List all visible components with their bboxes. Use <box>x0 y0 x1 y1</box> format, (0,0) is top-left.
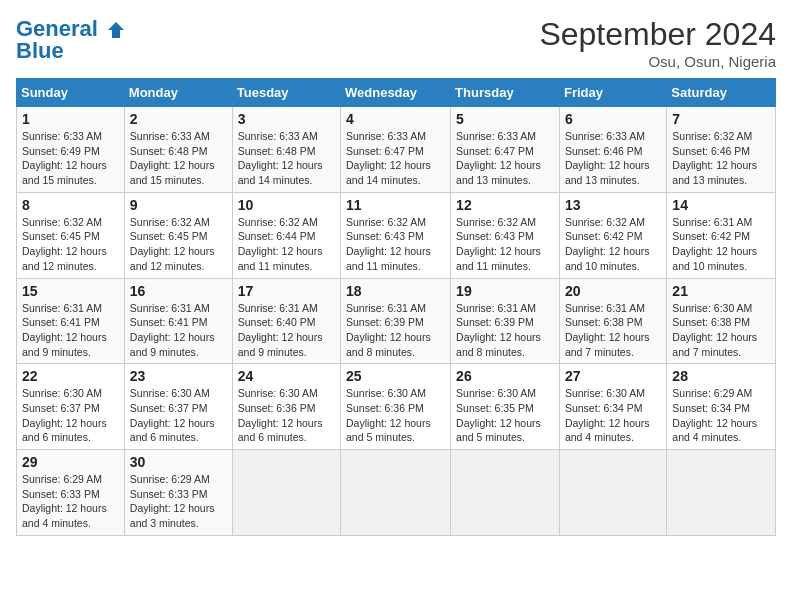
day-info: Sunrise: 6:30 AM Sunset: 6:35 PM Dayligh… <box>456 386 554 445</box>
day-number: 1 <box>22 111 119 127</box>
logo-blue: Blue <box>16 38 64 64</box>
day-cell: 30Sunrise: 6:29 AM Sunset: 6:33 PM Dayli… <box>124 450 232 536</box>
day-cell: 16Sunrise: 6:31 AM Sunset: 6:41 PM Dayli… <box>124 278 232 364</box>
day-info: Sunrise: 6:30 AM Sunset: 6:37 PM Dayligh… <box>22 386 119 445</box>
day-info: Sunrise: 6:29 AM Sunset: 6:33 PM Dayligh… <box>22 472 119 531</box>
day-cell <box>341 450 451 536</box>
day-number: 16 <box>130 283 227 299</box>
day-cell: 25Sunrise: 6:30 AM Sunset: 6:36 PM Dayli… <box>341 364 451 450</box>
day-cell <box>559 450 666 536</box>
day-number: 23 <box>130 368 227 384</box>
day-cell: 9Sunrise: 6:32 AM Sunset: 6:45 PM Daylig… <box>124 192 232 278</box>
week-row-3: 15Sunrise: 6:31 AM Sunset: 6:41 PM Dayli… <box>17 278 776 364</box>
day-number: 26 <box>456 368 554 384</box>
day-info: Sunrise: 6:30 AM Sunset: 6:36 PM Dayligh… <box>238 386 335 445</box>
day-cell: 17Sunrise: 6:31 AM Sunset: 6:40 PM Dayli… <box>232 278 340 364</box>
day-number: 8 <box>22 197 119 213</box>
day-info: Sunrise: 6:32 AM Sunset: 6:43 PM Dayligh… <box>456 215 554 274</box>
col-header-tuesday: Tuesday <box>232 79 340 107</box>
day-info: Sunrise: 6:33 AM Sunset: 6:49 PM Dayligh… <box>22 129 119 188</box>
day-info: Sunrise: 6:31 AM Sunset: 6:41 PM Dayligh… <box>22 301 119 360</box>
day-cell: 8Sunrise: 6:32 AM Sunset: 6:45 PM Daylig… <box>17 192 125 278</box>
day-number: 12 <box>456 197 554 213</box>
col-header-sunday: Sunday <box>17 79 125 107</box>
calendar-table: SundayMondayTuesdayWednesdayThursdayFrid… <box>16 78 776 536</box>
day-info: Sunrise: 6:31 AM Sunset: 6:39 PM Dayligh… <box>346 301 445 360</box>
day-number: 4 <box>346 111 445 127</box>
day-cell: 19Sunrise: 6:31 AM Sunset: 6:39 PM Dayli… <box>451 278 560 364</box>
day-cell: 10Sunrise: 6:32 AM Sunset: 6:44 PM Dayli… <box>232 192 340 278</box>
day-info: Sunrise: 6:31 AM Sunset: 6:41 PM Dayligh… <box>130 301 227 360</box>
day-cell: 4Sunrise: 6:33 AM Sunset: 6:47 PM Daylig… <box>341 107 451 193</box>
day-cell: 12Sunrise: 6:32 AM Sunset: 6:43 PM Dayli… <box>451 192 560 278</box>
day-cell: 18Sunrise: 6:31 AM Sunset: 6:39 PM Dayli… <box>341 278 451 364</box>
day-number: 5 <box>456 111 554 127</box>
day-number: 21 <box>672 283 770 299</box>
day-cell: 23Sunrise: 6:30 AM Sunset: 6:37 PM Dayli… <box>124 364 232 450</box>
day-cell <box>451 450 560 536</box>
day-number: 2 <box>130 111 227 127</box>
day-info: Sunrise: 6:33 AM Sunset: 6:46 PM Dayligh… <box>565 129 661 188</box>
day-info: Sunrise: 6:33 AM Sunset: 6:47 PM Dayligh… <box>346 129 445 188</box>
day-number: 9 <box>130 197 227 213</box>
day-cell: 2Sunrise: 6:33 AM Sunset: 6:48 PM Daylig… <box>124 107 232 193</box>
day-cell: 24Sunrise: 6:30 AM Sunset: 6:36 PM Dayli… <box>232 364 340 450</box>
day-info: Sunrise: 6:31 AM Sunset: 6:38 PM Dayligh… <box>565 301 661 360</box>
day-number: 3 <box>238 111 335 127</box>
day-number: 17 <box>238 283 335 299</box>
day-info: Sunrise: 6:29 AM Sunset: 6:33 PM Dayligh… <box>130 472 227 531</box>
day-number: 14 <box>672 197 770 213</box>
day-number: 7 <box>672 111 770 127</box>
day-cell: 21Sunrise: 6:30 AM Sunset: 6:38 PM Dayli… <box>667 278 776 364</box>
day-info: Sunrise: 6:30 AM Sunset: 6:38 PM Dayligh… <box>672 301 770 360</box>
day-info: Sunrise: 6:33 AM Sunset: 6:48 PM Dayligh… <box>238 129 335 188</box>
week-row-4: 22Sunrise: 6:30 AM Sunset: 6:37 PM Dayli… <box>17 364 776 450</box>
day-info: Sunrise: 6:33 AM Sunset: 6:47 PM Dayligh… <box>456 129 554 188</box>
col-header-monday: Monday <box>124 79 232 107</box>
day-number: 15 <box>22 283 119 299</box>
day-cell: 15Sunrise: 6:31 AM Sunset: 6:41 PM Dayli… <box>17 278 125 364</box>
day-number: 10 <box>238 197 335 213</box>
day-info: Sunrise: 6:31 AM Sunset: 6:39 PM Dayligh… <box>456 301 554 360</box>
day-number: 27 <box>565 368 661 384</box>
day-cell: 7Sunrise: 6:32 AM Sunset: 6:46 PM Daylig… <box>667 107 776 193</box>
month-title: September 2024 <box>539 16 776 53</box>
day-info: Sunrise: 6:30 AM Sunset: 6:37 PM Dayligh… <box>130 386 227 445</box>
day-cell <box>232 450 340 536</box>
day-info: Sunrise: 6:33 AM Sunset: 6:48 PM Dayligh… <box>130 129 227 188</box>
day-number: 11 <box>346 197 445 213</box>
column-headers: SundayMondayTuesdayWednesdayThursdayFrid… <box>17 79 776 107</box>
day-cell: 20Sunrise: 6:31 AM Sunset: 6:38 PM Dayli… <box>559 278 666 364</box>
day-info: Sunrise: 6:32 AM Sunset: 6:42 PM Dayligh… <box>565 215 661 274</box>
day-info: Sunrise: 6:30 AM Sunset: 6:36 PM Dayligh… <box>346 386 445 445</box>
day-number: 6 <box>565 111 661 127</box>
day-info: Sunrise: 6:31 AM Sunset: 6:40 PM Dayligh… <box>238 301 335 360</box>
day-cell: 1Sunrise: 6:33 AM Sunset: 6:49 PM Daylig… <box>17 107 125 193</box>
day-number: 20 <box>565 283 661 299</box>
week-row-5: 29Sunrise: 6:29 AM Sunset: 6:33 PM Dayli… <box>17 450 776 536</box>
col-header-friday: Friday <box>559 79 666 107</box>
day-cell: 5Sunrise: 6:33 AM Sunset: 6:47 PM Daylig… <box>451 107 560 193</box>
day-number: 25 <box>346 368 445 384</box>
day-cell: 13Sunrise: 6:32 AM Sunset: 6:42 PM Dayli… <box>559 192 666 278</box>
day-info: Sunrise: 6:32 AM Sunset: 6:45 PM Dayligh… <box>22 215 119 274</box>
day-cell: 11Sunrise: 6:32 AM Sunset: 6:43 PM Dayli… <box>341 192 451 278</box>
title-area: September 2024 Osu, Osun, Nigeria <box>539 16 776 70</box>
day-info: Sunrise: 6:32 AM Sunset: 6:45 PM Dayligh… <box>130 215 227 274</box>
location: Osu, Osun, Nigeria <box>539 53 776 70</box>
day-info: Sunrise: 6:32 AM Sunset: 6:43 PM Dayligh… <box>346 215 445 274</box>
calendar-body: 1Sunrise: 6:33 AM Sunset: 6:49 PM Daylig… <box>17 107 776 536</box>
day-number: 24 <box>238 368 335 384</box>
day-number: 18 <box>346 283 445 299</box>
day-info: Sunrise: 6:32 AM Sunset: 6:44 PM Dayligh… <box>238 215 335 274</box>
logo-icon <box>106 20 126 40</box>
day-info: Sunrise: 6:29 AM Sunset: 6:34 PM Dayligh… <box>672 386 770 445</box>
day-number: 13 <box>565 197 661 213</box>
logo: General Blue <box>16 16 126 64</box>
col-header-saturday: Saturday <box>667 79 776 107</box>
week-row-1: 1Sunrise: 6:33 AM Sunset: 6:49 PM Daylig… <box>17 107 776 193</box>
col-header-wednesday: Wednesday <box>341 79 451 107</box>
page-header: General Blue September 2024 Osu, Osun, N… <box>16 16 776 70</box>
week-row-2: 8Sunrise: 6:32 AM Sunset: 6:45 PM Daylig… <box>17 192 776 278</box>
day-cell: 22Sunrise: 6:30 AM Sunset: 6:37 PM Dayli… <box>17 364 125 450</box>
